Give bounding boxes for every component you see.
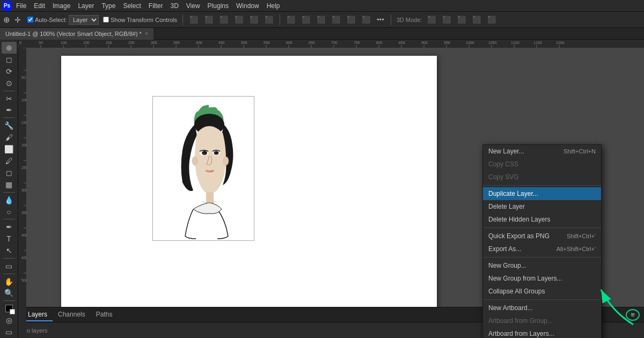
history-brush[interactable]: 🖊 — [2, 155, 17, 167]
align-center-v-icon[interactable]: ⬛ — [248, 16, 259, 24]
transform-checkbox[interactable]: Show Transform Controls — [103, 17, 177, 23]
ruler-top: 0 50 100 150 200 250 300 350 400 — [18, 40, 644, 48]
tab-close-button[interactable]: × — [145, 31, 148, 36]
ctx-quick-export[interactable]: Quick Export as PNG Shift+Ctrl+' — [483, 230, 601, 243]
svg-text:350: 350 — [21, 211, 26, 215]
svg-text:1150: 1150 — [533, 41, 542, 45]
document-tab[interactable]: Untitled-1 @ 100% (Vector Smart Object, … — [0, 28, 154, 40]
pen-tool[interactable]: ✒ — [2, 221, 17, 233]
paths-tab[interactable]: Paths — [91, 308, 118, 321]
svg-text:200: 200 — [106, 41, 112, 45]
distribute-4-icon[interactable]: ⬛ — [331, 16, 341, 24]
screen-mode[interactable]: ▭ — [2, 326, 17, 338]
path-selection[interactable]: ↖ — [2, 245, 17, 256]
ctx-sep-2 — [483, 227, 601, 228]
canvas-wrapper: 0 50 100 150 200 250 300 350 400 — [18, 40, 644, 338]
ctx-new-artboard[interactable]: New Artboard... — [483, 302, 601, 314]
layers-tab[interactable]: Layers — [23, 308, 53, 321]
menu-layer[interactable]: Layer — [75, 1, 97, 11]
menu-edit[interactable]: Edit — [31, 1, 48, 11]
menu-filter[interactable]: Filter — [145, 1, 166, 11]
text-tool[interactable]: T — [2, 233, 17, 245]
lasso-tool[interactable]: ⟳ — [2, 65, 17, 77]
ctx-new-layer[interactable]: New Layer... Shift+Ctrl+N — [483, 145, 601, 158]
eyedropper-tool[interactable]: ✒ — [2, 104, 17, 116]
quick-mask[interactable]: ◎ — [2, 314, 17, 326]
options-separator-2 — [280, 14, 280, 25]
align-left-icon[interactable]: ⬛ — [188, 16, 199, 24]
menu-type[interactable]: Type — [98, 1, 119, 11]
menu-help[interactable]: Help — [264, 1, 283, 11]
distribute-5-icon[interactable]: ⬛ — [346, 16, 356, 24]
gradient-tool[interactable]: ▦ — [2, 179, 17, 190]
menu-plugins[interactable]: Plugins — [204, 1, 232, 11]
ctx-artboard-group-label: Artboard from Group... — [488, 317, 553, 325]
quick-select-tool[interactable]: ⊙ — [2, 77, 17, 89]
more-options-icon[interactable]: ••• — [376, 16, 385, 24]
zoom-tool[interactable]: 🔍 — [2, 288, 17, 299]
3d-icon-1[interactable]: ⬛ — [426, 16, 437, 24]
foreground-bg-color[interactable] — [2, 303, 17, 314]
menu-view[interactable]: View — [183, 1, 203, 11]
ctx-delete-hidden[interactable]: Delete Hidden Layers — [483, 213, 601, 226]
align-center-h-icon[interactable]: ⬛ — [203, 16, 214, 24]
svg-text:350: 350 — [173, 41, 180, 45]
dodge-tool[interactable]: ○ — [2, 206, 17, 218]
align-bottom-icon[interactable]: ⬛ — [264, 16, 274, 24]
clone-tool[interactable]: ⬜ — [2, 143, 17, 155]
svg-text:850: 850 — [399, 41, 405, 45]
align-right-icon[interactable]: ⬛ — [218, 16, 229, 24]
ctx-new-group[interactable]: New Group... — [483, 259, 601, 272]
3d-icon-2[interactable]: ⬛ — [441, 16, 452, 24]
crop-tool[interactable]: ✂ — [2, 93, 17, 105]
ctx-artboard-layers[interactable]: Artboard from Layers... — [483, 327, 601, 338]
ctx-copy-css-label: Copy CSS — [488, 160, 518, 168]
ctx-copy-css: Copy CSS — [483, 158, 601, 171]
svg-text:700: 700 — [331, 41, 338, 45]
3d-icon-5[interactable]: ⬛ — [486, 16, 497, 24]
svg-text:0: 0 — [19, 41, 21, 45]
svg-text:500: 500 — [241, 41, 247, 45]
tab-bar: Untitled-1 @ 100% (Vector Smart Object, … — [0, 28, 644, 40]
ctx-delete-layer[interactable]: Delete Layer — [483, 200, 601, 213]
artwork-portrait — [152, 96, 254, 241]
channels-tab[interactable]: Channels — [53, 308, 91, 321]
menu-file[interactable]: File — [13, 1, 30, 11]
eraser-tool[interactable]: ◻ — [2, 167, 17, 179]
brush-tool[interactable]: 🖌 — [2, 131, 17, 143]
shape-tool[interactable]: ▭ — [2, 260, 17, 272]
distribute-2-icon[interactable]: ⬛ — [301, 16, 311, 24]
marquee-tool[interactable]: ◻ — [2, 54, 17, 65]
auto-select-checkbox[interactable]: Auto-Select: Layer — [27, 15, 99, 25]
3d-icon-3[interactable]: ⬛ — [456, 16, 467, 24]
ctx-export-as[interactable]: Export As... Alt+Shift+Ctrl+' — [483, 243, 601, 255]
svg-text:1050: 1050 — [488, 41, 497, 45]
menu-window[interactable]: Window — [233, 1, 262, 11]
3d-icon-4[interactable]: ⬛ — [471, 16, 482, 24]
main-area: ⊕ ◻ ⟳ ⊙ ✂ ✒ 🔧 🖌 ⬜ 🖊 ◻ ▦ 💧 ○ ✒ T ↖ ▭ ✋ 🔍 … — [0, 40, 644, 338]
healing-tool[interactable]: 🔧 — [2, 120, 17, 131]
move-tool[interactable]: ⊕ — [2, 42, 17, 54]
svg-text:400: 400 — [21, 233, 26, 237]
options-bar: ⊕ ✛ Auto-Select: Layer Show Transform Co… — [0, 12, 644, 28]
ctx-collapse-groups[interactable]: Collapse All Groups — [483, 285, 601, 298]
menu-image[interactable]: Image — [49, 1, 74, 11]
svg-point-85 — [204, 152, 206, 153]
menu-bar: Ps File Edit Image Layer Type Select Fil… — [0, 0, 644, 12]
menu-select[interactable]: Select — [120, 1, 144, 11]
ctx-new-group-layers[interactable]: New Group from Layers... — [483, 272, 601, 285]
menu-3d[interactable]: 3D — [167, 1, 181, 11]
blur-tool[interactable]: 💧 — [2, 194, 17, 206]
ctx-new-artboard-label: New Artboard... — [488, 304, 533, 312]
distribute-6-icon[interactable]: ⬛ — [361, 16, 371, 24]
svg-text:150: 150 — [21, 121, 26, 124]
distribute-icon[interactable]: ⬛ — [286, 16, 296, 24]
hand-tool[interactable]: ✋ — [2, 276, 17, 288]
ctx-duplicate-layer[interactable]: Duplicate Layer... — [483, 187, 601, 200]
layer-select[interactable]: Layer — [69, 15, 99, 25]
align-top-icon[interactable]: ⬛ — [233, 16, 244, 24]
toolbar-sep-3 — [3, 192, 15, 193]
distribute-3-icon[interactable]: ⬛ — [316, 16, 326, 24]
svg-text:1200: 1200 — [556, 41, 565, 45]
panel-menu-button[interactable]: ≡ — [626, 309, 640, 321]
